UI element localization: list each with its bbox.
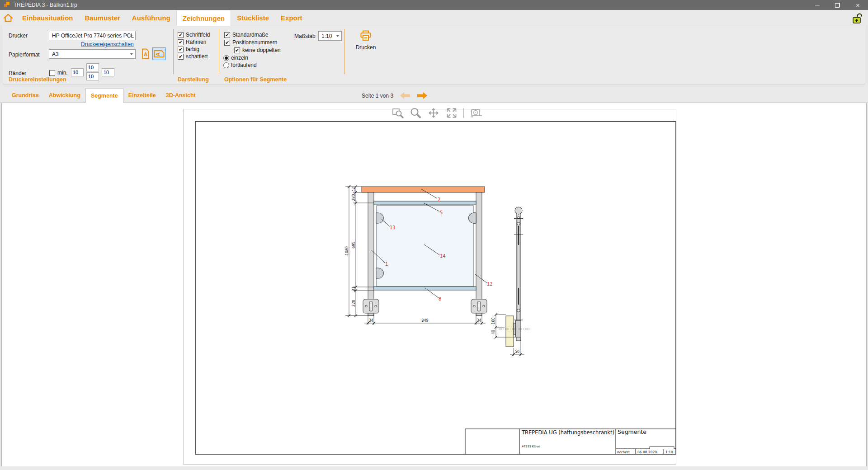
measure-tape-icon[interactable] [470, 107, 482, 119]
druckereigenschaften-link[interactable]: Druckereigenschaften [81, 41, 134, 47]
position-number-8: 8 [439, 296, 441, 301]
bottom-rail [374, 287, 476, 290]
zoom-icon[interactable] [410, 107, 421, 119]
dim-side-bottom: 40 [491, 330, 495, 334]
maximize-button[interactable] [827, 0, 848, 10]
schattiert-checkbox[interactable] [178, 54, 184, 60]
pan-icon[interactable] [427, 107, 440, 119]
farbig-checkbox[interactable] [178, 47, 184, 52]
papierformat-label: Papierformat [9, 52, 40, 58]
next-page-button[interactable] [417, 92, 428, 99]
tab-export[interactable]: Export [275, 10, 308, 26]
tab-einbausituation[interactable]: Einbausituation [16, 10, 79, 26]
drucker-label: Drucker [9, 33, 28, 39]
svg-text:A: A [144, 52, 147, 57]
positionsnummern-label: Positionsnummern [232, 39, 277, 46]
standardmasse-checkbox[interactable] [224, 32, 230, 38]
farbig-label: farbig [186, 46, 199, 52]
viewtab-segmente[interactable]: Segmente [85, 88, 123, 103]
chevron-down-icon [336, 35, 339, 37]
keine-doppelten-checkbox[interactable] [234, 47, 240, 53]
titlebar: TREPEDIA 3 - Balkon1.trp × [0, 0, 868, 10]
titleblock-company: TREPEDIA UG (haftungsbeschränkt) [521, 429, 614, 436]
schriftfeld-checkbox[interactable] [178, 32, 184, 38]
glass-panel [377, 206, 473, 287]
group-label-optionen-segmente: Optionen für Segmente [224, 76, 287, 83]
group-separator [344, 29, 345, 74]
handrail [362, 187, 485, 193]
group-label-darstellung: Darstellung [178, 76, 209, 83]
wall-plate-left [363, 299, 379, 313]
schriftfeld-label: Schriftfeld [186, 32, 210, 38]
tab-ausfuehrung[interactable]: Ausführung [126, 10, 176, 26]
titleblock-date: 06.08.2020 [637, 450, 657, 454]
dim-side-depth: 50 [515, 350, 519, 354]
fortlaufend-radio[interactable] [223, 62, 229, 68]
papierformat-select[interactable]: A3 [49, 49, 136, 59]
view-tabs: Grundriss Abwicklung Segmente Einzelteil… [0, 88, 868, 103]
margin-top-input[interactable] [86, 63, 99, 71]
post-left [368, 193, 374, 316]
fortlaufend-label: fortlaufend [231, 62, 257, 68]
printer-select[interactable]: HP OfficeJet Pro 7740 series PCL [49, 31, 136, 40]
titleblock-sheet-title: Segmente [618, 428, 646, 435]
zoom-fit-icon[interactable] [446, 107, 458, 119]
post-right [476, 193, 482, 316]
page-navigation: Seite 1 von 3 [362, 88, 428, 103]
viewtab-grundriss[interactable]: Grundriss [7, 88, 44, 103]
margin-bottom-input[interactable] [86, 72, 99, 80]
home-button[interactable] [0, 10, 16, 26]
einzeln-radio[interactable] [223, 55, 229, 61]
viewtab-3d-ansicht[interactable]: 3D-Ansicht [161, 88, 201, 103]
previous-page-button[interactable] [400, 92, 410, 99]
slab-section [506, 316, 514, 347]
title-block-text: TREPEDIA UG (haftungsbeschränkt) 47533 K… [521, 428, 673, 454]
printer-icon [359, 30, 372, 42]
min-label: min. [57, 70, 68, 76]
rahmen-checkbox[interactable] [178, 39, 184, 45]
wall-plate-right [471, 299, 487, 313]
landscape-page-icon: A [154, 50, 165, 58]
tab-baumuster[interactable]: Baumuster [79, 10, 126, 26]
railing-side-view [499, 207, 530, 347]
dim-width: 849 [421, 319, 428, 323]
zoom-window-icon[interactable] [392, 107, 404, 119]
home-icon [3, 14, 13, 23]
close-button[interactable]: × [848, 0, 868, 10]
margin-right-input[interactable] [102, 68, 114, 76]
dim-post-right: 34 [476, 319, 481, 323]
dim-glass-zone: 695 [352, 241, 356, 248]
chevron-down-icon [130, 35, 133, 37]
handrail-section [515, 207, 522, 214]
minimize-button[interactable] [807, 0, 827, 10]
drawing-canvas[interactable]: 42 280 695 21 220 1080 849 34 34 100 40 … [1, 103, 867, 466]
position-number-13: 13 [390, 225, 396, 230]
license-unlocked-icon [852, 11, 863, 26]
drucken-button[interactable]: Drucken [351, 30, 380, 51]
dim-top-zone: 280 [352, 194, 356, 201]
drawing-toolbar [392, 107, 482, 119]
papierformat-select-value: A3 [52, 51, 59, 57]
orientation-portrait-button[interactable]: A [140, 47, 151, 60]
dim-overall-height: 1080 [345, 246, 349, 255]
margin-left-input[interactable] [71, 68, 84, 76]
chevron-down-icon [130, 53, 133, 55]
viewtab-einzelteile[interactable]: Einzelteile [123, 88, 161, 103]
titleblock-scale: 1:10 [665, 450, 673, 454]
massstab-select-value: 1:10 [321, 33, 332, 39]
position-number-12: 12 [487, 282, 493, 287]
min-checkbox[interactable] [49, 70, 55, 76]
dim-side-top: 100 [491, 317, 495, 324]
tab-stueckliste[interactable]: Stückliste [231, 10, 275, 26]
dim-handrail: 42 [352, 187, 356, 192]
position-number-2: 2 [438, 197, 440, 202]
tab-zeichnungen[interactable]: Zeichnungen [176, 10, 231, 26]
window-title: TREPEDIA 3 - Balkon1.trp [14, 2, 77, 8]
page-indicator: Seite 1 von 3 [362, 93, 393, 99]
orientation-landscape-button[interactable]: A [152, 47, 166, 60]
viewtab-abwicklung[interactable]: Abwicklung [44, 88, 85, 103]
massstab-select[interactable]: 1:10 [318, 31, 342, 41]
positionsnummern-checkbox[interactable] [224, 40, 230, 46]
svg-text:A: A [156, 52, 160, 56]
menu-bar: Einbausituation Baumuster Ausführung Zei… [0, 10, 868, 26]
